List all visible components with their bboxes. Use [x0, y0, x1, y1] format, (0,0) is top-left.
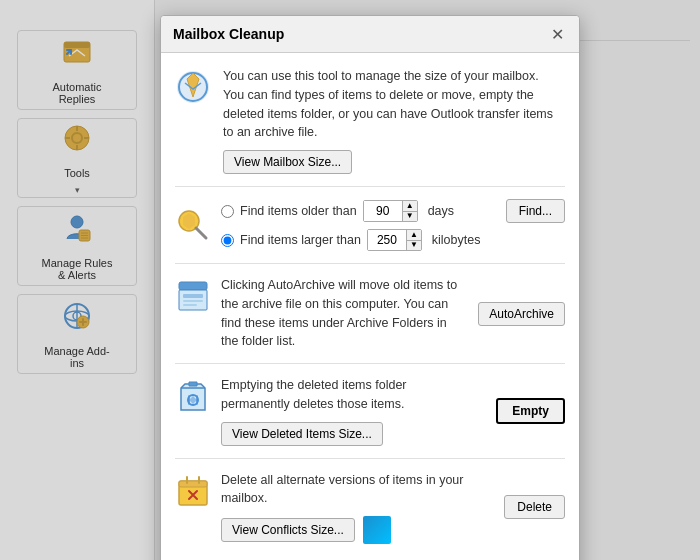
view-conflicts-size-button[interactable]: View Conflicts Size...	[221, 518, 355, 542]
dialog-titlebar: Mailbox Cleanup ✕	[161, 16, 579, 53]
find-larger-input-wrap: ▲ ▼	[367, 229, 422, 251]
find-larger-label: Find items larger than	[240, 233, 361, 247]
view-deleted-items-size-button[interactable]: View Deleted Items Size...	[221, 422, 383, 446]
info-icon	[175, 69, 211, 105]
find-older-spin-down[interactable]: ▼	[403, 212, 417, 222]
dialog-title: Mailbox Cleanup	[173, 26, 284, 42]
delete-section: Delete all alternate versions of items i…	[175, 471, 565, 545]
dialog-body: You can use this tool to manage the size…	[161, 53, 579, 560]
find-older-spin-up[interactable]: ▲	[403, 201, 417, 212]
empty-text: Emptying the deleted items folder perman…	[221, 376, 478, 414]
find-larger-spin-up[interactable]: ▲	[407, 230, 421, 241]
delete-icon	[175, 473, 211, 509]
find-section: Find items older than ▲ ▼ days Find...	[175, 199, 565, 264]
find-older-label: Find items older than	[240, 204, 357, 218]
empty-button[interactable]: Empty	[496, 398, 565, 424]
autoarchive-content: Clicking AutoArchive will move old items…	[221, 276, 460, 351]
find-older-spinners: ▲ ▼	[402, 201, 417, 221]
delete-content: Delete all alternate versions of items i…	[221, 471, 486, 545]
mailbox-cleanup-dialog: Mailbox Cleanup ✕ You can use this tool	[160, 15, 580, 560]
view-mailbox-size-button[interactable]: View Mailbox Size...	[223, 150, 352, 174]
svg-rect-24	[179, 282, 207, 290]
find-older-radio[interactable]	[221, 205, 234, 218]
find-button[interactable]: Find...	[506, 199, 565, 223]
find-larger-spin-down[interactable]: ▼	[407, 241, 421, 251]
background: Automatic Replies Tools ▾	[0, 0, 700, 560]
dialog-close-button[interactable]: ✕	[547, 24, 567, 44]
autoarchive-icon	[175, 278, 211, 314]
find-larger-unit: kilobytes	[432, 233, 481, 247]
info-content: You can use this tool to manage the size…	[223, 67, 565, 174]
empty-content: Emptying the deleted items folder perman…	[221, 376, 478, 446]
delete-button[interactable]: Delete	[504, 495, 565, 519]
empty-section: Emptying the deleted items folder perman…	[175, 376, 565, 459]
svg-rect-31	[179, 481, 207, 487]
find-older-input-wrap: ▲ ▼	[363, 200, 418, 222]
svg-rect-26	[183, 294, 203, 298]
info-section: You can use this tool to manage the size…	[175, 67, 565, 187]
autoarchive-text: Clicking AutoArchive will move old items…	[221, 278, 457, 348]
blue-square-decoration	[363, 516, 391, 544]
svg-rect-28	[183, 304, 197, 306]
info-text: You can use this tool to manage the size…	[223, 67, 565, 142]
delete-text: Delete all alternate versions of items i…	[221, 471, 486, 509]
svg-rect-27	[183, 300, 203, 302]
autoarchive-button[interactable]: AutoArchive	[478, 302, 565, 326]
empty-icon	[175, 378, 211, 414]
find-older-unit: days	[428, 204, 454, 218]
autoarchive-section: Clicking AutoArchive will move old items…	[175, 276, 565, 364]
find-larger-radio[interactable]	[221, 234, 234, 247]
find-icon	[175, 207, 211, 243]
find-larger-input[interactable]	[368, 230, 406, 250]
delete-btn-row: View Conflicts Size...	[221, 516, 486, 544]
svg-line-23	[196, 228, 206, 238]
find-controls: Find items older than ▲ ▼ days Find...	[221, 199, 565, 251]
find-larger-spinners: ▲ ▼	[406, 230, 421, 250]
find-older-input[interactable]	[364, 201, 402, 221]
